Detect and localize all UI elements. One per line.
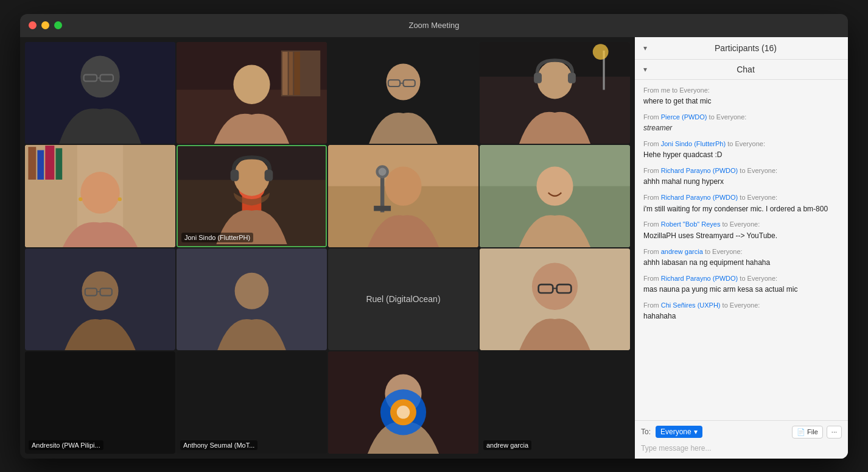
video-cell-1[interactable] bbox=[25, 42, 175, 144]
msg-text-1: streamer bbox=[643, 123, 839, 133]
svg-rect-29 bbox=[37, 150, 44, 180]
chat-message-7: From Richard Parayno (PWDO) to Everyone:… bbox=[643, 274, 839, 295]
video-cell-7[interactable] bbox=[328, 145, 478, 247]
to-label: To: bbox=[641, 428, 651, 436]
chat-messages-list: From me to Everyone: where to get that m… bbox=[635, 80, 848, 420]
everyone-label: Everyone bbox=[660, 428, 691, 436]
close-button[interactable] bbox=[29, 21, 37, 29]
video-cell-13[interactable]: Andresito (PWA Pilipi... bbox=[25, 351, 175, 454]
video-label-6: Joni Sindo (FlutterPH) bbox=[181, 233, 253, 242]
traffic-lights bbox=[29, 21, 62, 29]
video-cell-16[interactable]: andrew garcia bbox=[480, 351, 630, 454]
svg-point-39 bbox=[234, 157, 270, 195]
zoom-window: Zoom Meeting bbox=[20, 14, 848, 459]
chat-footer: To: Everyone ▾ 📄 File ··· bbox=[635, 420, 848, 459]
svg-point-32 bbox=[80, 172, 119, 214]
svg-rect-21 bbox=[568, 72, 576, 83]
svg-rect-30 bbox=[45, 146, 54, 180]
chat-chevron: ▾ bbox=[643, 65, 647, 74]
everyone-button[interactable]: Everyone ▾ bbox=[656, 426, 702, 438]
video-cell-14[interactable]: Anthony Seumal (MoT... bbox=[177, 351, 327, 454]
dropdown-chevron-icon: ▾ bbox=[694, 428, 698, 436]
svg-rect-46 bbox=[374, 206, 391, 211]
svg-point-58 bbox=[235, 272, 269, 309]
svg-point-19 bbox=[537, 61, 573, 99]
file-icon: 📄 bbox=[797, 428, 805, 436]
sidebar: ▾ Participants (16) ▾ Chat From me to Ev… bbox=[635, 37, 848, 459]
file-button[interactable]: 📄 File bbox=[792, 426, 823, 439]
svg-point-48 bbox=[379, 168, 387, 176]
andresito-label: Andresito (PWA Pilipi... bbox=[29, 440, 103, 450]
titlebar: Zoom Meeting bbox=[20, 14, 848, 37]
chat-actions: 📄 File ··· bbox=[792, 426, 842, 439]
maximize-button[interactable] bbox=[54, 21, 62, 29]
msg-text-3: ahhh mahal nung hyperx bbox=[643, 177, 839, 187]
msg-text-0: where to get that mic bbox=[643, 96, 839, 107]
chat-title: Chat bbox=[652, 65, 839, 74]
participants-title: Participants (16) bbox=[652, 43, 839, 53]
video-grid: Joni Sindo (FlutterPH) bbox=[20, 37, 635, 459]
participants-chevron: ▾ bbox=[643, 44, 647, 52]
msg-text-4: i'm still waiting for my condenser mic. … bbox=[643, 204, 839, 214]
window-title: Zoom Meeting bbox=[408, 21, 459, 30]
minimize-button[interactable] bbox=[41, 21, 49, 29]
video-cell-12[interactable] bbox=[480, 248, 630, 351]
msg-from-1: From Pierce (PWDO) to Everyone: bbox=[643, 113, 839, 122]
msg-from-0: From me to Everyone: bbox=[643, 86, 839, 95]
chat-message-3: From Richard Parayno (PWDO) to Everyone:… bbox=[643, 166, 839, 187]
msg-from-2: From Joni Sindo (FlutterPh) to Everyone: bbox=[643, 139, 839, 149]
svg-point-33 bbox=[79, 197, 82, 201]
more-options-button[interactable]: ··· bbox=[827, 426, 842, 439]
video-cell-10[interactable] bbox=[177, 248, 327, 351]
participants-header[interactable]: ▾ Participants (16) bbox=[635, 37, 848, 60]
msg-text-8: hahahaha bbox=[643, 311, 839, 322]
video-cell-4[interactable] bbox=[480, 42, 630, 144]
svg-point-23 bbox=[593, 44, 609, 60]
svg-rect-10 bbox=[289, 52, 293, 95]
msg-text-5: MozillaPH uses Streamyard --> YouTube. bbox=[643, 231, 839, 241]
main-content: Joni Sindo (FlutterPH) bbox=[20, 37, 848, 459]
msg-text-6: ahhh labasan na ng equipment hahaha bbox=[643, 258, 839, 268]
msg-from-6: From andrew garcia to Everyone: bbox=[643, 247, 839, 256]
chat-message-0: From me to Everyone: where to get that m… bbox=[643, 86, 839, 107]
svg-rect-20 bbox=[534, 72, 542, 83]
svg-rect-41 bbox=[265, 169, 273, 181]
video-cell-6[interactable]: Joni Sindo (FlutterPH) bbox=[177, 145, 327, 247]
svg-point-44 bbox=[385, 166, 421, 205]
svg-point-7 bbox=[233, 65, 270, 104]
chat-message-8: From Chi Señires (UXPH) to Everyone: hah… bbox=[643, 301, 839, 322]
chat-to-row: To: Everyone ▾ 📄 File ··· bbox=[641, 426, 842, 439]
video-cell-15[interactable] bbox=[328, 351, 478, 454]
chat-input[interactable] bbox=[641, 443, 842, 454]
svg-point-51 bbox=[536, 166, 573, 205]
video-cell-5[interactable] bbox=[25, 145, 175, 247]
msg-from-8: From Chi Señires (UXPH) to Everyone: bbox=[643, 301, 839, 310]
chat-message-1: From Pierce (PWDO) to Everyone: streamer bbox=[643, 113, 839, 133]
msg-from-5: From Robert "Bob" Reyes to Everyone: bbox=[643, 220, 839, 229]
andrew-garcia-label: andrew garcia bbox=[483, 440, 531, 450]
chat-message-2: From Joni Sindo (FlutterPh) to Everyone:… bbox=[643, 139, 839, 160]
video-cell-9[interactable] bbox=[25, 248, 175, 351]
msg-from-4: From Richard Parayno (PWDO) to Everyone: bbox=[643, 193, 839, 202]
more-icon: ··· bbox=[831, 428, 837, 435]
svg-rect-27 bbox=[123, 145, 175, 247]
chat-message-5: From Robert "Bob" Reyes to Everyone: Moz… bbox=[643, 220, 839, 241]
chat-message-4: From Richard Parayno (PWDO) to Everyone:… bbox=[643, 193, 839, 214]
msg-from-7: From Richard Parayno (PWDO) to Everyone: bbox=[643, 274, 839, 283]
svg-rect-9 bbox=[282, 52, 288, 95]
video-cell-2[interactable] bbox=[177, 42, 327, 144]
svg-point-34 bbox=[117, 197, 121, 201]
msg-text-2: Hehe hyper quadcast :D bbox=[643, 150, 839, 160]
chat-header[interactable]: ▾ Chat bbox=[635, 60, 848, 80]
file-label: File bbox=[807, 428, 818, 435]
chat-message-6: From andrew garcia to Everyone: ahhh lab… bbox=[643, 247, 839, 268]
video-cell-8[interactable] bbox=[480, 145, 630, 247]
video-cell-11[interactable]: Ruel (DigitalOcean) bbox=[328, 248, 478, 351]
svg-rect-28 bbox=[28, 147, 36, 180]
msg-text-7: mas nauna pa yung mic arm kesa sa actual… bbox=[643, 284, 839, 295]
svg-rect-40 bbox=[231, 169, 239, 181]
video-cell-3[interactable] bbox=[328, 42, 478, 144]
ruel-label: Ruel (DigitalOcean) bbox=[366, 294, 440, 304]
svg-rect-11 bbox=[294, 52, 300, 95]
svg-rect-31 bbox=[55, 148, 62, 180]
